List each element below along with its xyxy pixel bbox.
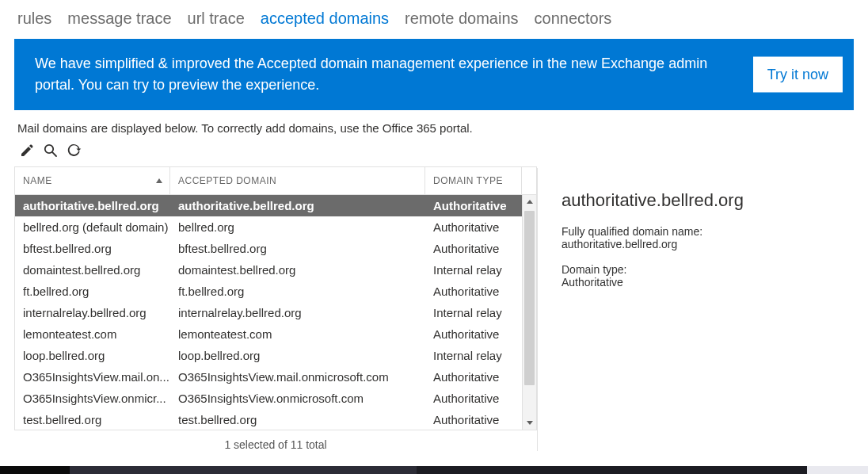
scrollbar-track[interactable] [523,209,536,415]
table-header: NAME ACCEPTED DOMAIN DOMAIN TYPE [14,166,537,195]
cell-type: Internal relay [425,349,522,362]
cell-accepted: test.bellred.org [170,413,425,426]
table-row[interactable]: domaintest.bellred.orgdomaintest.bellred… [15,259,536,281]
details-title: authoritative.bellred.org [562,190,852,211]
refresh-icon[interactable] [67,143,82,159]
table-row[interactable]: bellred.org (default domain)bellred.orgA… [15,216,536,238]
table-body: authoritative.bellred.orgauthoritative.b… [15,195,536,430]
tab-url-trace[interactable]: url trace [188,10,245,28]
os-taskbar [0,466,868,474]
search-icon[interactable] [43,143,59,159]
cell-accepted: ft.bellred.org [170,285,425,298]
cell-accepted: authoritative.bellred.org [170,199,425,212]
table-row[interactable]: lemonteatest.comlemonteatest.comAuthorit… [15,323,536,345]
cell-type: Internal relay [425,263,522,277]
column-header-type-label: DOMAIN TYPE [433,175,503,186]
column-header-accepted-label: ACCEPTED DOMAIN [178,175,276,186]
promo-banner: We have simplified & improved the Accept… [14,39,854,110]
cell-name: bellred.org (default domain) [15,220,170,234]
column-header-type[interactable]: DOMAIN TYPE [425,167,522,194]
details-type-value: Authoritative [562,276,852,289]
cell-accepted: domaintest.bellred.org [170,263,425,277]
table-row[interactable]: ft.bellred.orgft.bellred.orgAuthoritativ… [15,281,536,302]
cell-type: Authoritative [425,327,522,341]
column-header-name[interactable]: NAME [15,167,170,194]
cell-type: Internal relay [425,306,522,319]
cell-name: loop.bellred.org [15,349,170,362]
cell-accepted: internalrelay.bellred.org [170,306,425,319]
tab-rules[interactable]: rules [17,10,51,28]
cell-name: ft.bellred.org [15,285,170,298]
details-fqdn-value: authoritative.bellred.org [562,238,852,250]
details-type-label: Domain type: [562,263,852,276]
table-row[interactable]: O365InsightsView.mail.on...O365InsightsV… [15,366,536,388]
promo-banner-text: We have simplified & improved the Accept… [35,55,707,93]
cell-accepted: bellred.org [170,220,425,234]
svg-line-1 [52,152,56,156]
tab-accepted-domains[interactable]: accepted domains [261,10,389,28]
try-it-now-button[interactable]: Try it now [753,57,843,93]
vertical-scrollbar[interactable] [522,195,536,430]
cell-type: Authoritative [425,370,522,384]
toolbar [0,140,868,166]
cell-accepted: O365InsightsView.mail.onmicrosoft.com [170,370,425,384]
page-description: Mail domains are displayed below. To cor… [0,110,868,140]
table-row[interactable]: test.bellred.orgtest.bellred.orgAuthorit… [15,409,536,430]
cell-name: test.bellred.org [15,413,170,426]
cell-type: Authoritative [425,220,522,234]
cell-type: Authoritative [425,199,522,212]
cell-accepted: bftest.bellred.org [170,242,425,255]
tab-remote-domains[interactable]: remote domains [405,10,518,28]
cell-name: domaintest.bellred.org [15,263,170,277]
column-header-name-label: NAME [23,175,52,186]
cell-accepted: loop.bellred.org [170,349,425,362]
mailflow-tabs: rules message trace url trace accepted d… [0,0,868,39]
cell-accepted: lemonteatest.com [170,327,425,341]
details-panel: authoritative.bellred.org Fully qualifie… [537,168,868,451]
cell-name: bftest.bellred.org [15,242,170,255]
tab-connectors[interactable]: connectors [535,10,612,28]
sort-asc-icon [155,177,163,185]
scrollbar-thumb[interactable] [524,211,535,385]
cell-type: Authoritative [425,285,522,298]
details-fqdn-label: Fully qualified domain name: [562,225,852,238]
scroll-up-button[interactable] [523,195,536,209]
domains-table: NAME ACCEPTED DOMAIN DOMAIN TYPE authori… [14,166,537,451]
cell-accepted: O365InsightsView.onmicrosoft.com [170,392,425,405]
cell-name: lemonteatest.com [15,327,170,341]
table-row[interactable]: bftest.bellred.orgbftest.bellred.orgAuth… [15,238,536,259]
column-header-accepted[interactable]: ACCEPTED DOMAIN [170,167,425,194]
table-row[interactable]: O365InsightsView.onmicr...O365InsightsVi… [15,388,536,409]
tab-message-trace[interactable]: message trace [67,10,171,28]
cell-type: Authoritative [425,392,522,405]
cell-name: O365InsightsView.onmicr... [15,392,170,405]
edit-icon[interactable] [19,143,35,159]
selection-status: 1 selected of 11 total [14,430,537,451]
cell-type: Authoritative [425,242,522,255]
cell-type: Authoritative [425,413,522,426]
table-row[interactable]: internalrelay.bellred.orginternalrelay.b… [15,302,536,323]
cell-name: authoritative.bellred.org [15,199,170,212]
cell-name: O365InsightsView.mail.on... [15,370,170,384]
scroll-down-button[interactable] [523,415,536,430]
table-row[interactable]: loop.bellred.orgloop.bellred.orgInternal… [15,345,536,366]
table-row[interactable]: authoritative.bellred.orgauthoritative.b… [15,195,536,216]
cell-name: internalrelay.bellred.org [15,306,170,319]
